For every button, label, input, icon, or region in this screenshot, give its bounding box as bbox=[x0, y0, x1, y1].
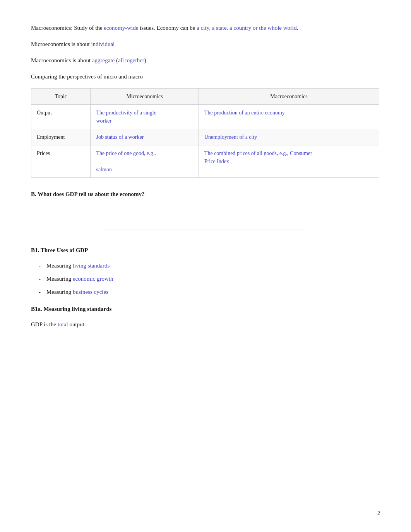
prices-micro-line1: The price of one good, e.g., bbox=[96, 150, 156, 156]
section-divider bbox=[104, 230, 306, 230]
living-standards-link[interactable]: living standards bbox=[73, 263, 110, 269]
intro-para2: Microeconomics is about individual bbox=[31, 39, 379, 49]
table-cell-output-topic: Output bbox=[31, 105, 91, 129]
intro-para3-middle: ( bbox=[115, 57, 118, 63]
economy-wide-link[interactable]: economy-wide bbox=[104, 25, 138, 31]
intro-para3-end: ) bbox=[144, 57, 146, 63]
prices-macro-line1: The combined prices of all goods, e.g., … bbox=[204, 150, 312, 156]
list-item-living-standards: Measuring living standards bbox=[46, 261, 379, 270]
bullet1-start: Measuring bbox=[46, 263, 73, 269]
intro-para1-end: . bbox=[297, 25, 298, 31]
intro-para4: Comparing the perspectives of micro and … bbox=[31, 72, 379, 81]
table-cell-output-micro: The productivity of a single worker bbox=[91, 105, 199, 129]
bullet3-start: Measuring bbox=[46, 289, 73, 295]
all-together-link[interactable]: all together bbox=[118, 57, 144, 63]
section-b-heading: B. What does GDP tell us about the econo… bbox=[31, 189, 379, 199]
intro-para3: Macroeconomics is about aggregate (all t… bbox=[31, 56, 379, 65]
employment-micro: Job status of a worker bbox=[96, 134, 144, 140]
table-cell-employment-topic: Employment bbox=[31, 129, 91, 145]
output-macro: The production of an entire economy bbox=[204, 110, 285, 116]
b1a-text-end: output. bbox=[68, 321, 86, 327]
content-wrapper: Macroeconomics: Study of the economy-wid… bbox=[31, 23, 379, 329]
aggregate-link[interactable]: aggregate bbox=[92, 57, 115, 63]
page-number: 2 bbox=[377, 510, 380, 517]
list-item-economic-growth: Measuring economic growth bbox=[46, 274, 379, 283]
section-b1a-text: GDP is the total output. bbox=[31, 320, 379, 329]
business-cycles-link[interactable]: business cycles bbox=[73, 289, 108, 295]
output-micro-line2: worker bbox=[96, 118, 111, 124]
total-link[interactable]: total bbox=[58, 321, 68, 327]
employment-macro: Unemployment of a city bbox=[204, 134, 257, 140]
bullet-list: Measuring living standards Measuring eco… bbox=[46, 261, 379, 297]
table-row-output: Output The productivity of a single work… bbox=[31, 105, 379, 129]
b1a-text-start: GDP is the bbox=[31, 321, 58, 327]
table-header-micro: Microeconomics bbox=[91, 89, 199, 105]
intro-para3-start: Macroeconomics is about bbox=[31, 57, 92, 63]
intro-para1-middle: issues. Economy can be bbox=[138, 25, 197, 31]
table-cell-prices-micro: The price of one good, e.g., salmon bbox=[91, 145, 199, 178]
intro-para2-start: Microeconomics is about bbox=[31, 41, 91, 47]
table-cell-employment-micro: Job status of a worker bbox=[91, 129, 199, 145]
table-row-employment: Employment Job status of a worker Unempl… bbox=[31, 129, 379, 145]
table-cell-prices-topic: Prices bbox=[31, 145, 91, 178]
table-cell-output-macro: The production of an entire economy bbox=[199, 105, 379, 129]
section-b1-heading: B1. Three Uses of GDP bbox=[31, 246, 379, 255]
table-row-prices: Prices The price of one good, e.g., salm… bbox=[31, 145, 379, 178]
table-header-macro: Macroeconomics bbox=[199, 89, 379, 105]
bullet2-start: Measuring bbox=[46, 276, 73, 282]
intro-para1-start: Macroeconomics: Study of the bbox=[31, 25, 104, 31]
intro-para1: Macroeconomics: Study of the economy-wid… bbox=[31, 23, 379, 32]
section-b1a-heading: B1a. Measuring living standards bbox=[31, 304, 379, 314]
table-cell-prices-macro: The combined prices of all goods, e.g., … bbox=[199, 145, 379, 178]
city-state-country-link[interactable]: a city, a state, a country or the whole … bbox=[197, 25, 297, 31]
economic-growth-link[interactable]: economic growth bbox=[73, 276, 113, 282]
prices-macro-line2: Price Index bbox=[204, 159, 229, 164]
comparison-table: Topic Microeconomics Macroeconomics Outp… bbox=[31, 88, 379, 178]
prices-micro-line2: salmon bbox=[96, 167, 111, 172]
individual-link[interactable]: individual bbox=[91, 41, 115, 47]
table-header-topic: Topic bbox=[31, 89, 91, 105]
output-micro-line1: The productivity of a single bbox=[96, 110, 156, 116]
list-item-business-cycles: Measuring business cycles bbox=[46, 287, 379, 297]
table-cell-employment-macro: Unemployment of a city bbox=[199, 129, 379, 145]
